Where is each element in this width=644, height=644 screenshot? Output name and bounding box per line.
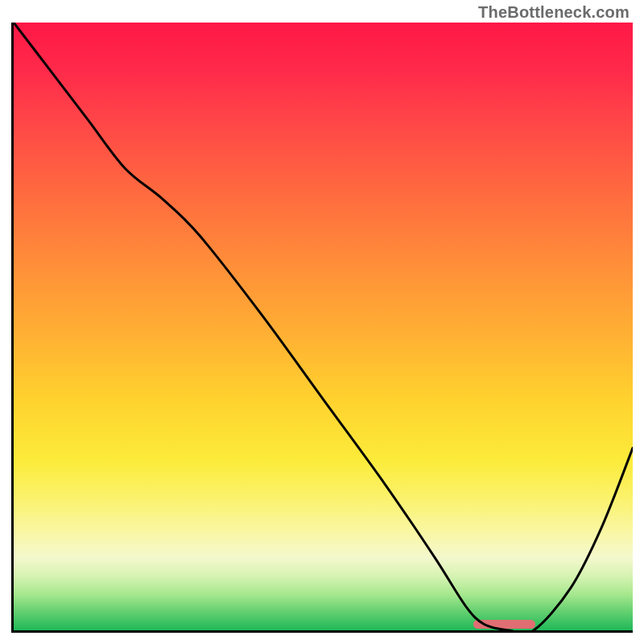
bottleneck-chart: TheBottleneck.com	[0, 0, 644, 644]
curve-svg	[14, 23, 633, 630]
plot-area	[11, 23, 633, 633]
bottleneck-curve	[14, 23, 633, 630]
watermark-text: TheBottleneck.com	[478, 3, 630, 22]
